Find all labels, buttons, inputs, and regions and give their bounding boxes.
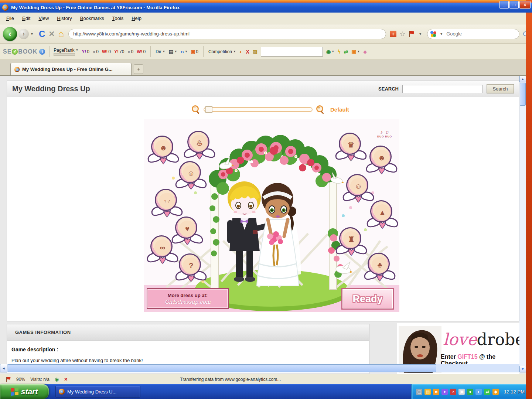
google-search-input[interactable]	[446, 31, 516, 37]
dressup-button-suit[interactable]: ♜♥	[335, 227, 367, 261]
new-tab-button[interactable]: +	[134, 64, 143, 74]
zoom-out-icon[interactable]: −	[192, 105, 200, 113]
forward-button[interactable]: ›	[18, 29, 29, 39]
dressup-button-ring[interactable]: ∞♥	[147, 235, 178, 269]
dressup-button-mask[interactable]: ☻♥	[147, 136, 179, 170]
refresh-data-icon[interactable]: ⇄	[344, 49, 348, 55]
vertical-scrollbar[interactable]: ▲ ▼	[519, 76, 526, 372]
horizontal-scroll-thumb[interactable]	[8, 364, 436, 372]
yahoo-pages-count[interactable]: Y!70	[114, 49, 124, 54]
status-block-icon: ✕	[64, 377, 68, 382]
dressup-button-veil[interactable]: ♕♥	[335, 133, 367, 167]
tab-bar: My Wedding Dress Up - Free Online G... +	[0, 60, 532, 76]
menu-view[interactable]: View	[35, 14, 52, 23]
ads-count[interactable]: ▣0	[191, 49, 198, 54]
competition-menu[interactable]: Competition ▼	[208, 49, 236, 54]
zoom-default-link[interactable]: Default	[330, 106, 349, 113]
start-button[interactable]: start	[0, 384, 49, 399]
seobook-items: PageRank ▼Y!0●0W!0Y!70●0W!0Dir ▼▤ ▼‹› ▼▣…	[54, 46, 366, 57]
close-button[interactable]: ×	[519, 1, 531, 9]
dressup-button-dress[interactable]: ▲♥	[366, 200, 398, 234]
site-search-input[interactable]	[402, 85, 483, 93]
game-stage[interactable]: ☻♥♨♥☺♥♀♂♥♥♥∞♥?♥♕♥☻♥☺♥▲♥♜♥♣♥ ♪♫ DUO DUO M…	[144, 119, 399, 312]
page-header: My Wedding Dress Up SEARCH Search	[7, 81, 519, 97]
zoom-in-icon[interactable]: +	[316, 105, 324, 113]
scroll-down-arrow[interactable]: ▼	[519, 366, 526, 372]
dressup-button-question[interactable]: ?♥	[175, 253, 207, 287]
window-title: My Wedding Dress Up - Free Online Games …	[11, 5, 180, 10]
folder-tray-icon[interactable]: ▤	[424, 389, 431, 395]
backlink-count-1[interactable]: ●0	[93, 49, 99, 54]
site-search-button[interactable]: Search	[487, 84, 514, 93]
whois-icon[interactable]: ◉ ▼	[326, 49, 334, 55]
graphics-tray-icon[interactable]: ▢	[416, 389, 422, 395]
cup-icon: ♨	[191, 135, 208, 151]
menu-history[interactable]: History	[54, 14, 75, 23]
history-dropdown-icon[interactable]: ▼	[30, 32, 34, 36]
scroll-up-arrow[interactable]: ▲	[519, 76, 526, 82]
dressup-button-cup[interactable]: ♨♥	[184, 131, 215, 165]
url-input[interactable]	[73, 31, 381, 37]
flag-dropdown-icon[interactable]: ▼	[419, 32, 422, 36]
home-button[interactable]: ⌂	[58, 28, 64, 40]
seobook-search-input[interactable]	[261, 47, 323, 57]
scroll-left-arrow[interactable]: ◄	[0, 364, 7, 372]
backlink-count-2[interactable]: ●0	[127, 49, 133, 54]
speed-icon[interactable]: ϟ	[338, 49, 340, 55]
add-bookmark-icon[interactable]: +	[390, 31, 396, 37]
menu-tools[interactable]: Tools	[109, 14, 127, 23]
msn-links-count[interactable]: W!0	[102, 49, 111, 54]
messenger-tray-icon[interactable]: ☻	[433, 389, 439, 395]
zoom-slider-handle[interactable]	[205, 106, 212, 113]
app-tray-icon[interactable]: ♦	[441, 389, 448, 395]
zoom-slider[interactable]	[204, 107, 313, 112]
network-tray-icon[interactable]: ◐	[475, 389, 482, 395]
audio-tray-icon[interactable]: ●	[467, 389, 473, 395]
status-message: Transferring data from www.google-analyt…	[180, 377, 281, 382]
dir-menu[interactable]: Dir ▼	[156, 49, 165, 54]
restore-button[interactable]: □	[509, 1, 519, 9]
ready-button[interactable]: Ready	[341, 288, 394, 310]
more-dressup-link[interactable]: More dress up at: Girlsdressup.com	[147, 288, 229, 309]
sync-tray-icon[interactable]: ⇄	[484, 389, 490, 395]
horizontal-scrollbar[interactable]: ◄	[0, 364, 519, 372]
dressup-button-flower[interactable]: ♣♥	[364, 253, 396, 287]
refresh-button[interactable]: C	[39, 29, 45, 39]
traffic-icon[interactable]: ◐	[239, 49, 242, 55]
wayback-icon[interactable]: ▤ ▼	[169, 49, 177, 55]
msn-pages-count[interactable]: W!0	[137, 49, 146, 54]
antivirus-tray-icon[interactable]: ×	[450, 389, 456, 395]
update-tray-icon[interactable]: ◆	[492, 389, 499, 395]
toolbar-separator	[203, 46, 204, 57]
pagerank-menu[interactable]: PageRank ▼	[54, 48, 78, 56]
search-engine-dropdown-icon[interactable]: ▼	[440, 32, 443, 36]
back-button[interactable]: ‹	[3, 27, 17, 41]
yahoo-links-count[interactable]: Y!0	[82, 49, 89, 54]
seobook-info-icon[interactable]: i	[39, 49, 45, 55]
extras-icon[interactable]: ♣	[363, 49, 366, 55]
taskbar-firefox-task[interactable]: My Wedding Dress U...	[55, 386, 140, 398]
notes-icon[interactable]: ▨	[253, 49, 258, 55]
rss-icon[interactable]: ▣ ▼	[351, 49, 360, 55]
tab-my-wedding-dress-up[interactable]: My Wedding Dress Up - Free Online G...	[10, 63, 132, 75]
game-zoom-controls: − + Default	[192, 104, 354, 115]
music-toggle-icon[interactable]: ♪	[380, 129, 383, 135]
star-icon[interactable]: ☆	[399, 30, 405, 38]
more-dressup-url: Girlsdressup.com	[165, 299, 211, 305]
flag-icon[interactable]	[408, 31, 414, 37]
minimize-button[interactable]: _	[499, 1, 509, 9]
suit-icon: ♜	[343, 231, 359, 248]
vertical-scroll-thumb[interactable]	[520, 83, 526, 106]
menu-file[interactable]: File	[3, 14, 17, 23]
code-icon[interactable]: ‹› ▼	[181, 49, 188, 55]
seobook-logo: SE ✓ BOOK i	[3, 48, 45, 55]
stop-button[interactable]: ×	[49, 28, 54, 40]
sound-toggle-icon[interactable]: ♫	[385, 129, 389, 135]
taskbar: start My Wedding Dress U... ▢▤☻♦×▣●◐⇄◆ 1…	[0, 384, 532, 399]
menu-edit[interactable]: Edit	[19, 14, 34, 23]
task-label: My Wedding Dress U...	[67, 389, 116, 395]
menu-help[interactable]: Help	[128, 14, 145, 23]
menu-bookmarks[interactable]: Bookmarks	[77, 14, 108, 23]
mute-icon[interactable]: X	[246, 49, 249, 55]
window-tray-icon[interactable]: ▣	[458, 389, 465, 395]
